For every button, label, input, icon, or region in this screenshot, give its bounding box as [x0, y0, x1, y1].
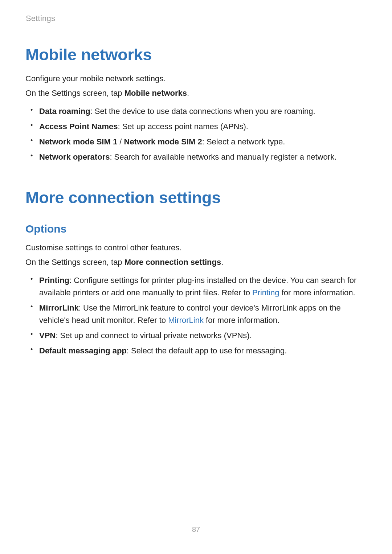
text-fragment: .: [221, 258, 223, 267]
section-spacer: [25, 166, 367, 189]
list-item: MirrorLink: Use the MirrorLink feature t…: [39, 302, 367, 327]
setting-term: Printing: [39, 276, 69, 285]
list-item: Network mode SIM 1 / Network mode SIM 2:…: [39, 136, 367, 148]
text-fragment: On the Settings screen, tap: [25, 258, 124, 267]
cross-ref-link[interactable]: Printing: [252, 288, 279, 297]
text-fragment: .: [187, 89, 189, 98]
text-fragment: /: [117, 137, 124, 146]
running-head-text: Settings: [26, 14, 55, 23]
list-item: VPN: Set up and connect to virtual priva…: [39, 329, 367, 342]
setting-term: MirrorLink: [39, 303, 79, 312]
list-item: Default messaging app: Select the defaul…: [39, 345, 367, 357]
setting-term: Network operators: [39, 152, 110, 161]
subheading-options: Options: [25, 223, 367, 235]
intro-text: On the Settings screen, tap More connect…: [25, 256, 367, 268]
document-page: Settings Mobile networks Configure your …: [0, 0, 392, 554]
setting-term: Network mode SIM 2: [124, 137, 202, 146]
running-head: Settings: [25, 12, 367, 25]
setting-term: Data roaming: [39, 107, 90, 116]
list-item: Printing: Configure settings for printer…: [39, 274, 367, 299]
setting-desc: : Set the device to use data connections…: [90, 107, 315, 116]
setting-desc: for more information.: [279, 288, 355, 297]
intro-text: On the Settings screen, tap Mobile netwo…: [25, 87, 367, 99]
setting-desc: : Select the default app to use for mess…: [127, 346, 287, 355]
heading-mobile-networks: Mobile networks: [25, 46, 367, 64]
setting-desc: : Search for available networks and manu…: [110, 152, 336, 161]
setting-desc: : Select a network type.: [202, 137, 285, 146]
setting-term: Access Point Names: [39, 122, 118, 131]
setting-desc: : Set up access point names (APNs).: [118, 122, 248, 131]
ui-path-bold: Mobile networks: [124, 89, 187, 98]
setting-term: Network mode SIM 1: [39, 137, 117, 146]
list-item: Network operators: Search for available …: [39, 151, 367, 163]
setting-term: Default messaging app: [39, 346, 127, 355]
heading-more-connection-settings: More connection settings: [25, 189, 367, 207]
intro-block: Configure your mobile network settings. …: [25, 73, 367, 99]
list-item: Data roaming: Set the device to use data…: [39, 105, 367, 118]
intro-text: Configure your mobile network settings.: [25, 73, 367, 85]
intro-block: Customise settings to control other feat…: [25, 242, 367, 268]
list-item: Access Point Names: Set up access point …: [39, 120, 367, 133]
bullet-list: Printing: Configure settings for printer…: [25, 274, 367, 357]
running-head-divider: [18, 12, 18, 25]
text-fragment: On the Settings screen, tap: [25, 89, 124, 98]
setting-term: VPN: [39, 331, 56, 340]
intro-text: Customise settings to control other feat…: [25, 242, 367, 254]
bullet-list: Data roaming: Set the device to use data…: [25, 105, 367, 163]
cross-ref-link[interactable]: MirrorLink: [168, 316, 204, 325]
page-number: 87: [0, 525, 392, 534]
setting-desc: for more information.: [204, 316, 279, 325]
setting-desc: : Set up and connect to virtual private …: [56, 331, 252, 340]
ui-path-bold: More connection settings: [124, 258, 221, 267]
